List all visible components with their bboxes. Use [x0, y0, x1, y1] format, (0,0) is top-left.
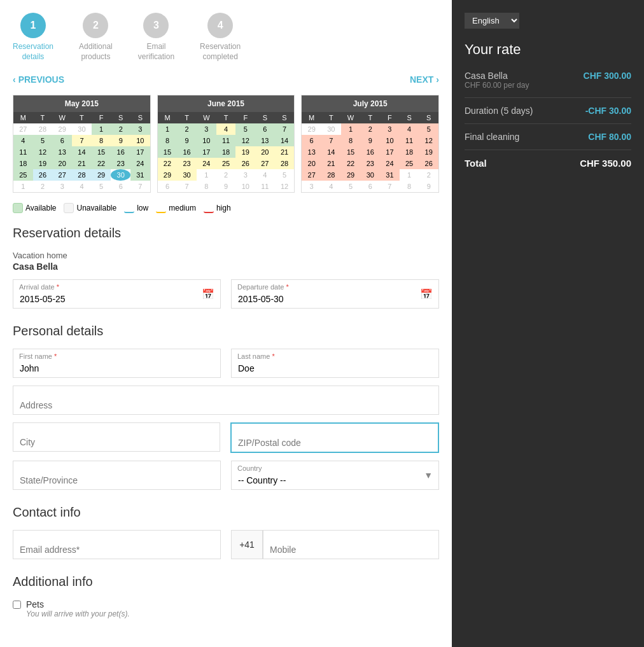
cal-day[interactable]: 6	[52, 135, 72, 146]
cal-day[interactable]: 4	[13, 135, 33, 146]
cal-day[interactable]: 5	[419, 123, 438, 135]
address-input[interactable]	[13, 386, 439, 415]
cal-day[interactable]: 14	[72, 146, 92, 158]
cal-day[interactable]: 17	[197, 146, 216, 158]
cal-day[interactable]: 22	[341, 158, 361, 169]
cal-day[interactable]: 20	[52, 158, 72, 169]
cal-day[interactable]: 5	[235, 123, 255, 135]
cal-day[interactable]: 27	[302, 169, 321, 181]
step-1[interactable]: 1 Reservationdetails	[13, 13, 53, 62]
cal-day[interactable]: 7	[380, 181, 400, 192]
cal-day[interactable]: 24	[130, 158, 150, 169]
cal-day[interactable]: 10	[197, 135, 216, 146]
cal-day[interactable]: 4	[255, 169, 275, 181]
cal-day[interactable]: 24	[197, 158, 216, 169]
cal-day[interactable]: 26	[235, 158, 255, 169]
cal-day[interactable]: 1	[341, 123, 361, 135]
language-selector[interactable]: English Deutsch Français	[465, 13, 519, 29]
cal-day[interactable]: 6	[302, 135, 321, 146]
cal-day[interactable]: 14	[321, 146, 341, 158]
cal-day[interactable]: 10	[235, 181, 255, 192]
step-2[interactable]: 2 Additionalproducts	[79, 13, 113, 62]
cal-day[interactable]: 16	[177, 146, 197, 158]
cal-day[interactable]: 18	[400, 146, 419, 158]
cal-day[interactable]: 29	[52, 123, 72, 135]
cal-day[interactable]: 6	[360, 181, 380, 192]
cal-day[interactable]: 3	[380, 123, 400, 135]
cal-day[interactable]: 27	[52, 169, 72, 181]
cal-day[interactable]: 9	[360, 135, 380, 146]
pets-checkbox[interactable]	[13, 601, 21, 609]
cal-day[interactable]: 5	[92, 181, 111, 192]
cal-day[interactable]: 1	[400, 169, 419, 181]
cal-day[interactable]: 2	[360, 123, 380, 135]
cal-day[interactable]: 1	[158, 123, 178, 135]
cal-day[interactable]: 12	[275, 181, 295, 192]
cal-day[interactable]: 17	[130, 146, 150, 158]
cal-day[interactable]: 30	[360, 169, 380, 181]
cal-day[interactable]: 7	[130, 181, 150, 192]
cal-day[interactable]: 8	[341, 135, 361, 146]
cal-day[interactable]: 15	[92, 146, 111, 158]
cal-day[interactable]: 28	[72, 169, 92, 181]
cal-day[interactable]: 15	[341, 146, 361, 158]
cal-day[interactable]: 13	[255, 135, 275, 146]
cal-day[interactable]: 19	[235, 146, 255, 158]
cal-day[interactable]: 7	[72, 135, 92, 146]
cal-day[interactable]: 8	[400, 181, 419, 192]
cal-day[interactable]: 1	[13, 181, 33, 192]
cal-day[interactable]: 1	[92, 123, 111, 135]
cal-day[interactable]: 12	[235, 135, 255, 146]
step-3[interactable]: 3 Emailverification	[138, 13, 174, 62]
cal-day[interactable]: 16	[360, 146, 380, 158]
cal-day[interactable]: 25	[216, 158, 236, 169]
cal-day[interactable]: 29	[92, 169, 111, 181]
cal-day[interactable]: 7	[321, 135, 341, 146]
cal-day[interactable]: 10	[130, 135, 150, 146]
cal-day[interactable]: 20	[255, 146, 275, 158]
cal-day[interactable]: 2	[33, 181, 53, 192]
cal-day[interactable]: 29	[302, 123, 321, 135]
cal-day[interactable]: 14	[275, 135, 295, 146]
cal-day[interactable]: 2	[419, 169, 438, 181]
cal-day[interactable]: 30	[177, 169, 197, 181]
cal-day[interactable]: 18	[13, 158, 33, 169]
cal-day[interactable]: 11	[216, 135, 236, 146]
cal-day[interactable]: 29	[158, 169, 178, 181]
cal-day[interactable]: 11	[255, 181, 275, 192]
cal-day[interactable]: 27	[255, 158, 275, 169]
country-select[interactable]: -- Country -- Switzerland Germany France…	[231, 461, 439, 490]
cal-day[interactable]: 23	[360, 158, 380, 169]
cal-day[interactable]: 19	[33, 158, 53, 169]
cal-day[interactable]: 6	[255, 123, 275, 135]
cal-day[interactable]: 31	[130, 169, 150, 181]
cal-day[interactable]: 8	[197, 181, 216, 192]
mobile-input[interactable]	[263, 530, 439, 559]
pets-label[interactable]: Pets	[26, 599, 44, 609]
cal-day[interactable]: 11	[13, 146, 33, 158]
cal-day[interactable]: 26	[419, 158, 438, 169]
cal-day[interactable]: 8	[158, 135, 178, 146]
cal-day[interactable]: 23	[177, 158, 197, 169]
step-4[interactable]: 4 Reservationcompleted	[200, 13, 241, 62]
cal-day[interactable]: 4	[216, 123, 236, 135]
previous-button[interactable]: ‹ PREVIOUS	[13, 74, 64, 85]
cal-day[interactable]: 4	[321, 181, 341, 192]
cal-day[interactable]: 21	[72, 158, 92, 169]
city-input[interactable]	[13, 422, 220, 452]
cal-day[interactable]: 9	[419, 181, 438, 192]
cal-day[interactable]: 18	[216, 146, 236, 158]
cal-day[interactable]: 28	[33, 123, 53, 135]
cal-day[interactable]: 21	[321, 158, 341, 169]
cal-day[interactable]: 2	[111, 123, 130, 135]
cal-day[interactable]: 16	[111, 146, 130, 158]
cal-day[interactable]: 7	[177, 181, 197, 192]
email-input[interactable]	[13, 530, 221, 559]
cal-day[interactable]: 2	[177, 123, 197, 135]
cal-day[interactable]: 9	[111, 135, 130, 146]
cal-day[interactable]: 3	[235, 169, 255, 181]
cal-day[interactable]: 23	[111, 158, 130, 169]
cal-day[interactable]: 30	[321, 123, 341, 135]
cal-day[interactable]: 1	[197, 169, 216, 181]
cal-day[interactable]: 31	[380, 169, 400, 181]
